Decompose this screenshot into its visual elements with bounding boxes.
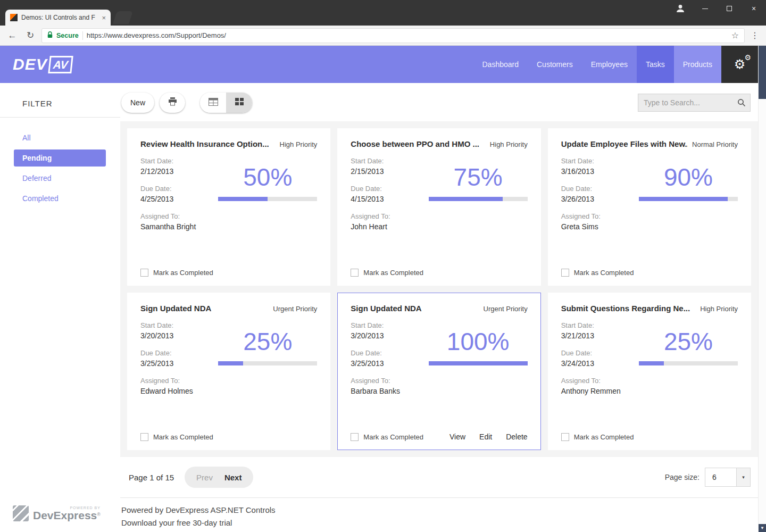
gear-icon: ⚙ <box>734 58 746 71</box>
filter-item-completed[interactable]: Completed <box>14 190 106 207</box>
start-date-value: 3/16/2013 <box>561 167 601 176</box>
tab-close-icon[interactable]: × <box>102 14 106 22</box>
mark-completed-checkbox[interactable]: Mark as Completed <box>561 269 634 277</box>
prev-page-button[interactable]: Prev <box>196 473 213 482</box>
mark-completed-checkbox[interactable]: Mark as Completed <box>140 269 213 277</box>
due-date-value: 3/25/2013 <box>140 359 193 368</box>
page-body: FILTER All Pending Deferred Completed Ne… <box>0 83 766 532</box>
task-card-selected[interactable]: Sign Updated NDA Urgent Priority Start D… <box>337 293 540 450</box>
assigned-to-value: Edward Holmes <box>140 387 193 395</box>
browser-menu-icon[interactable]: ⋮ <box>749 30 761 40</box>
refresh-button[interactable]: ↻ <box>23 30 37 41</box>
task-progress: 25% <box>639 321 738 433</box>
footer-text: Powered by DevExpress ASP.NET Controls D… <box>120 505 276 527</box>
task-priority: Normal Priority <box>692 140 738 148</box>
download-trial-link[interactable]: Download your free 30-day trial <box>121 518 276 527</box>
progress-bar <box>429 197 528 201</box>
checkbox-box <box>140 269 148 277</box>
new-task-button[interactable]: New <box>121 93 154 113</box>
page-size-control: Page size: 6 ▾ <box>665 468 751 487</box>
start-date-label: Start Date: <box>351 157 390 165</box>
logo-dev-text: DEV <box>13 55 47 73</box>
browser-tab[interactable]: Demos: UI Controls and F × <box>5 10 111 26</box>
due-date-label: Due Date: <box>351 349 400 357</box>
task-title: Review Health Insurance Option... <box>140 139 269 148</box>
secure-badge[interactable]: Secure <box>56 32 79 39</box>
start-date-value: 3/21/2013 <box>561 331 621 340</box>
progress-percent: 50% <box>218 164 317 190</box>
start-date-label: Start Date: <box>351 321 400 329</box>
search-icon[interactable] <box>737 98 746 109</box>
filter-item-all[interactable]: All <box>14 129 106 146</box>
progress-bar-fill <box>218 197 268 201</box>
assigned-to-value: John Heart <box>351 222 390 231</box>
close-button[interactable]: × <box>742 0 766 17</box>
table-view-button[interactable] <box>200 93 226 113</box>
devexpress-favicon-icon <box>10 14 18 21</box>
nav-item-tasks[interactable]: Tasks <box>637 46 674 83</box>
due-date-value: 4/15/2013 <box>351 195 390 203</box>
task-progress: 100% <box>429 321 528 433</box>
url-text[interactable]: https://www.devexpress.com/Support/Demos… <box>87 31 728 39</box>
mark-completed-checkbox[interactable]: Mark as Completed <box>140 433 213 441</box>
delete-action[interactable]: Delete <box>506 433 527 441</box>
settings-button[interactable]: ⚙ ⚙ <box>721 46 758 83</box>
nav-item-employees[interactable]: Employees <box>582 46 637 83</box>
start-date-value: 3/20/2013 <box>351 331 400 340</box>
bookmark-star-icon[interactable]: ☆ <box>731 30 739 40</box>
address-bar[interactable]: Secure https://www.devexpress.com/Suppor… <box>41 28 745 43</box>
task-info: Start Date: 2/15/2013 Due Date: 4/15/201… <box>351 157 390 269</box>
filter-item-deferred[interactable]: Deferred <box>14 170 106 187</box>
task-card[interactable]: Sign Updated NDA Urgent Priority Start D… <box>127 293 330 450</box>
task-card[interactable]: Review Health Insurance Option... High P… <box>127 128 330 286</box>
task-card[interactable]: Choose between PPO and HMO ... High Prio… <box>337 128 540 286</box>
new-tab-button[interactable] <box>113 11 133 24</box>
back-button[interactable]: ← <box>5 30 19 41</box>
due-date-value: 3/25/2013 <box>351 359 400 368</box>
page-size-select[interactable]: 6 ▾ <box>705 468 751 487</box>
assigned-to-value: Greta Sims <box>561 222 601 231</box>
start-date-value: 2/15/2013 <box>351 167 390 176</box>
assigned-to-label: Assigned To: <box>351 377 400 385</box>
view-action[interactable]: View <box>449 433 465 441</box>
powered-by-text: Powered by DevExpress ASP.NET Controls <box>121 505 276 514</box>
task-card[interactable]: Update Employee Files with New... Normal… <box>548 128 751 286</box>
assigned-to-label: Assigned To: <box>561 212 601 220</box>
scroll-down-arrow[interactable]: ▼ <box>759 524 766 532</box>
progress-percent: 90% <box>639 164 738 190</box>
profile-icon[interactable] <box>668 0 693 17</box>
card-view-button[interactable] <box>226 93 252 113</box>
nav-item-customers[interactable]: Customers <box>528 46 582 83</box>
nav-item-products[interactable]: Products <box>674 46 721 83</box>
page-scrollbar[interactable]: ▼ <box>758 46 766 532</box>
mark-completed-checkbox[interactable]: Mark as Completed <box>561 433 634 441</box>
page-size-value: 6 <box>705 468 736 486</box>
task-card[interactable]: Submit Questions Regarding Ne... High Pr… <box>548 293 751 450</box>
task-title: Update Employee Files with New... <box>561 139 688 148</box>
assigned-to-value: Samantha Bright <box>140 222 196 231</box>
progress-bar <box>218 361 317 365</box>
print-button[interactable] <box>160 93 185 113</box>
task-progress: 75% <box>429 157 528 269</box>
due-date-label: Due Date: <box>140 349 193 357</box>
checkbox-box <box>140 433 148 441</box>
task-info: Start Date: 3/21/2013 Due Date: 3/24/201… <box>561 321 621 433</box>
printer-icon <box>168 97 177 108</box>
due-date-label: Due Date: <box>140 185 196 193</box>
mark-completed-checkbox[interactable]: Mark as Completed <box>351 433 423 441</box>
maximize-button[interactable] <box>717 0 742 17</box>
minimize-button[interactable] <box>693 0 717 17</box>
task-priority: High Priority <box>700 305 738 313</box>
filter-item-pending[interactable]: Pending <box>14 149 106 167</box>
search-input[interactable] <box>638 94 751 112</box>
scrollbar-thumb[interactable] <box>759 46 766 99</box>
devexpress-logo[interactable]: POWERED BY DevExpress® <box>0 505 120 521</box>
next-page-button[interactable]: Next <box>224 473 242 482</box>
mark-completed-checkbox[interactable]: Mark as Completed <box>351 269 423 277</box>
nav-item-dashboard[interactable]: Dashboard <box>473 46 528 83</box>
checkbox-label: Mark as Completed <box>574 433 634 441</box>
due-date-label: Due Date: <box>561 185 601 193</box>
edit-action[interactable]: Edit <box>479 433 492 441</box>
assigned-to-value: Anthony Remmen <box>561 387 621 395</box>
page-info: Page 1 of 15 <box>129 473 174 482</box>
